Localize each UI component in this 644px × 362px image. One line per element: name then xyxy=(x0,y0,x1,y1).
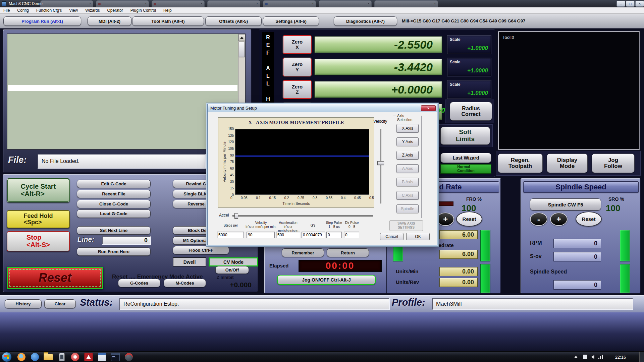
z-axis-dro[interactable]: +0.0000 xyxy=(314,81,442,98)
gcodes-button[interactable]: G-Codes xyxy=(118,279,160,287)
x-scale-box[interactable]: Scale +1.0000 xyxy=(447,35,491,54)
firefox-icon[interactable] xyxy=(15,352,28,362)
accel-slider[interactable] xyxy=(232,215,373,217)
menu-item-view[interactable]: View xyxy=(69,8,78,13)
scroll-up-button[interactable] xyxy=(238,34,245,41)
tab-close-icon[interactable]: × xyxy=(312,1,314,5)
zero-x-button[interactable]: Zero X xyxy=(283,35,312,54)
history-button[interactable]: History xyxy=(5,299,42,308)
spindle-minus-button[interactable]: - xyxy=(530,213,547,226)
close-button[interactable]: × xyxy=(635,1,644,7)
zero-z-button[interactable]: Zero Z xyxy=(283,80,312,99)
dwell-indicator[interactable]: Dwell xyxy=(173,257,206,266)
last-wizard-button[interactable]: Last Wizard xyxy=(440,153,491,163)
gs-input[interactable] xyxy=(302,232,325,238)
fro-rate-dro[interactable]: 6.00 xyxy=(439,230,478,239)
zero-y-button[interactable]: Zero Y xyxy=(283,58,312,76)
cv-mode-indicator[interactable]: CV Mode xyxy=(209,257,258,266)
soft-limits-button[interactable]: Soft Limits xyxy=(440,127,490,145)
y-scale-box[interactable]: Scale +1.0000 xyxy=(447,58,491,76)
dialog-close-button[interactable]: × xyxy=(421,105,436,111)
ok-button[interactable]: OK xyxy=(406,233,430,240)
browser-tab[interactable]: × xyxy=(96,0,149,7)
velocity-input[interactable] xyxy=(247,232,275,238)
dir-pulse-input[interactable] xyxy=(344,232,359,238)
spindle-speed-dro[interactable]: 0 xyxy=(553,280,601,290)
menu-item-config[interactable]: Config xyxy=(17,8,29,13)
regen-toolpath-button[interactable]: Regen. Toolpath xyxy=(498,154,543,173)
line-value-field[interactable]: 0 xyxy=(102,236,151,245)
z-scale-box[interactable]: Scale +1.0000 xyxy=(447,80,491,99)
spindle-plus-button[interactable]: + xyxy=(550,213,568,226)
remember-button[interactable]: Remember xyxy=(282,248,324,257)
rpm-dro[interactable]: 0 xyxy=(553,239,601,248)
browser-tab[interactable]: × xyxy=(207,0,260,7)
x-axis-dro[interactable]: -2.5500 xyxy=(314,36,442,53)
browser-tab[interactable]: × xyxy=(319,0,372,7)
browser-tab[interactable]: × xyxy=(40,0,93,7)
menu-item-plugin-control[interactable]: PlugIn Control xyxy=(130,8,156,13)
volume-icon[interactable] xyxy=(591,355,594,359)
tab-close-icon[interactable]: × xyxy=(434,1,436,5)
adobe-reader-icon[interactable] xyxy=(83,352,95,362)
run-from-here-button[interactable]: Run From Here xyxy=(77,247,151,256)
network-icon[interactable] xyxy=(598,355,604,359)
close-gcode-button[interactable]: Close G-Code xyxy=(77,200,151,208)
x-axis-button[interactable]: X Axis xyxy=(396,124,419,133)
mcodes-button[interactable]: M-Codes xyxy=(164,279,206,287)
explorer-folder-icon[interactable] xyxy=(42,352,54,362)
velocity-slider[interactable] xyxy=(380,129,381,203)
reset-button[interactable]: Reset xyxy=(7,267,103,289)
fro-plus-button[interactable]: + xyxy=(437,213,454,226)
taskbar-clock[interactable]: 22:16 xyxy=(610,355,631,360)
tab-offsets[interactable]: Offsets (Alt-5) xyxy=(205,16,262,26)
y-axis-dro[interactable]: -3.4420 xyxy=(314,59,442,75)
sro-value[interactable]: 100 xyxy=(606,203,620,214)
stop-button[interactable]: Stop <Alt-S> xyxy=(7,231,70,251)
tab-close-icon[interactable]: × xyxy=(201,1,203,5)
fro-reset-button[interactable]: Reset xyxy=(456,212,482,227)
action-center-icon[interactable] xyxy=(583,355,587,359)
dark-app-icon[interactable] xyxy=(123,352,135,362)
jog-on-off-button[interactable]: Jog ON/OFF Ctrl-Alt-J xyxy=(277,275,376,285)
menu-item-file[interactable]: File xyxy=(3,8,10,13)
tab-close-icon[interactable]: × xyxy=(256,1,258,5)
recent-file-button[interactable]: Recent File xyxy=(77,190,151,198)
browser-tab[interactable]: × xyxy=(374,0,438,7)
accel-slider-thumb[interactable] xyxy=(234,213,238,219)
velocity-slider-thumb[interactable] xyxy=(377,161,384,165)
tab-settings[interactable]: Settings (Alt-6) xyxy=(263,16,319,26)
clear-button[interactable]: Clear xyxy=(44,299,76,308)
steps-per-input[interactable] xyxy=(217,232,244,238)
edit-gcode-button[interactable]: Edit G-Code xyxy=(77,180,151,188)
radius-correct-button[interactable]: Radius Correct xyxy=(450,102,492,121)
tab-tool-path[interactable]: Tool Path (Alt-4) xyxy=(132,16,204,26)
on-off-button[interactable]: On/Off xyxy=(215,266,249,274)
flood-button[interactable]: Flood Ctrl-F xyxy=(173,246,229,254)
cycle-start-button[interactable]: Cycle Start <Alt-R> xyxy=(7,178,70,202)
red-app-icon[interactable] xyxy=(69,352,81,362)
return-button[interactable]: Return xyxy=(327,248,369,257)
phone-icon[interactable] xyxy=(56,352,68,362)
cancel-button[interactable]: Cancel xyxy=(380,233,404,240)
messenger-icon[interactable] xyxy=(29,352,41,362)
gcode-selected-line[interactable] xyxy=(8,85,237,91)
toolpath-display[interactable]: Tool:0 xyxy=(498,31,640,150)
document-app-icon[interactable] xyxy=(96,352,108,362)
maximize-button[interactable]: □ xyxy=(626,1,635,7)
tab-program-run[interactable]: Program Run (Alt-1) xyxy=(3,16,81,26)
display-mode-button[interactable]: Display Mode xyxy=(547,154,588,173)
z-axis-button[interactable]: Z Axis xyxy=(396,151,419,160)
jog-follow-button[interactable]: Jog Follow xyxy=(592,154,635,173)
menu-item-wizards[interactable]: Wizards xyxy=(85,8,100,13)
tab-close-icon[interactable]: × xyxy=(145,1,147,5)
browser-tab[interactable]: × xyxy=(263,0,316,7)
terminal-icon[interactable] xyxy=(109,352,121,362)
browser-tab[interactable]: × xyxy=(152,0,205,7)
menu-item-function-cfgs[interactable]: Function Cfg's xyxy=(36,8,62,13)
feedrate-dro[interactable]: 6.00 xyxy=(439,250,478,259)
scroll-thumb[interactable] xyxy=(239,42,245,57)
load-gcode-button[interactable]: Load G-Code xyxy=(77,209,151,218)
tab-close-icon[interactable]: × xyxy=(368,1,370,5)
start-button[interactable] xyxy=(2,352,12,362)
